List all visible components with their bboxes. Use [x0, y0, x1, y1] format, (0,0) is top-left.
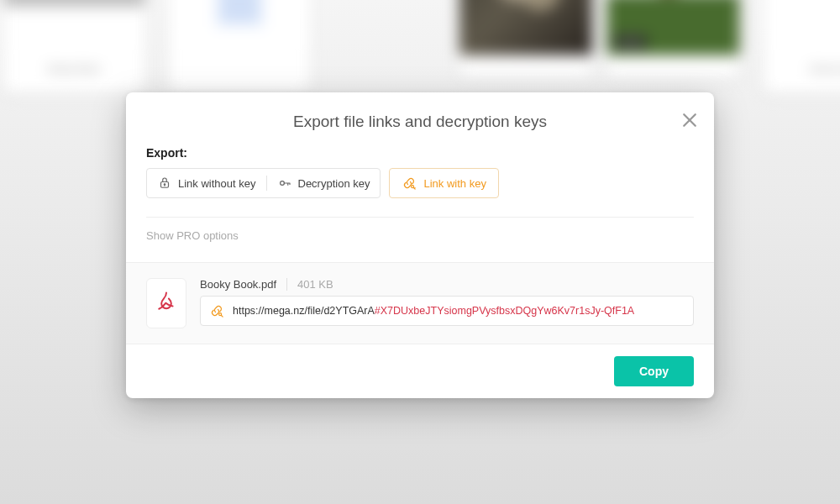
close-button[interactable] [680, 111, 699, 129]
option-link-with-key[interactable]: Link with key [389, 168, 498, 198]
file-type-badge [146, 278, 186, 328]
link-field[interactable]: https://mega.nz/file/d2YTGArA#X7DUxbeJTY… [200, 296, 694, 326]
option-link-with-key-label: Link with key [423, 177, 486, 190]
svg-point-3 [164, 184, 165, 186]
file-size: 401 KB [286, 278, 333, 291]
option-link-without-key-label: Link without key [178, 177, 256, 190]
close-icon [682, 113, 697, 128]
show-pro-options-label: Show PRO options [146, 229, 239, 242]
option-link-without-key[interactable]: Link without key [157, 176, 256, 191]
copy-button[interactable]: Copy [614, 356, 694, 386]
dialog-title: Export file links and decryption keys [146, 113, 694, 131]
option-decryption-key-label: Decryption key [298, 177, 370, 190]
options-separator [266, 176, 267, 191]
file-details: Booky Book.pdf 401 KB https://mega.nz/fi… [200, 278, 694, 326]
key-icon [277, 176, 292, 191]
file-name: Booky Book.pdf [200, 278, 276, 291]
link-with-key-icon [209, 303, 224, 318]
export-options-row: Link without key Decryption key [146, 168, 694, 198]
dialog-body: Export: Link without key [126, 146, 714, 262]
lock-icon [157, 176, 172, 191]
export-label: Export: [146, 146, 694, 160]
link-key-fragment: #X7DUxbeJTYsiomgPVysfbsxDQgYw6Kv7r1sJy-Q… [375, 305, 634, 317]
link-with-key-icon [402, 176, 417, 191]
show-pro-options[interactable]: Show PRO options [146, 217, 694, 247]
link-base: https://mega.nz/file/d2YTGArA [233, 305, 375, 317]
export-options-group: Link without key Decryption key [146, 168, 381, 198]
option-decryption-key[interactable]: Decryption key [277, 176, 370, 191]
dialog-footer: Copy [126, 344, 714, 398]
export-links-dialog: Export file links and decryption keys Ex… [126, 92, 714, 398]
pdf-icon [155, 290, 178, 317]
dialog-header: Export file links and decryption keys [126, 92, 714, 146]
file-panel: Booky Book.pdf 401 KB https://mega.nz/fi… [126, 262, 714, 344]
link-text: https://mega.nz/file/d2YTGArA#X7DUxbeJTY… [233, 305, 634, 317]
